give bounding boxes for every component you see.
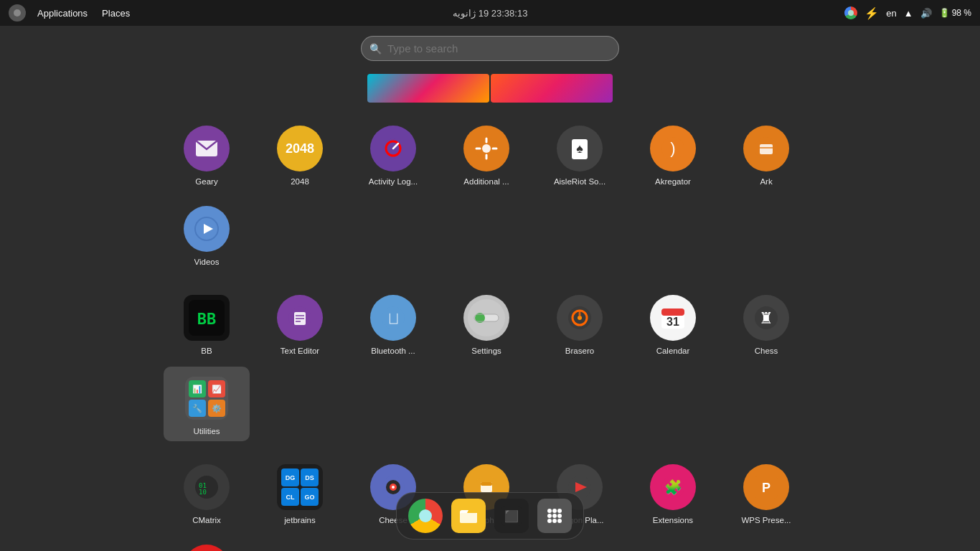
topbar-right: ⚡ en ▲ 🔊 🔋 98 % (844, 6, 971, 20)
utilities-label: Utilities (193, 427, 220, 435)
search-bar-wrap: 🔍 (361, 36, 619, 61)
app-text-editor[interactable]: Text Editor (257, 286, 343, 361)
jetbrains-label: jetbrains (284, 516, 315, 524)
app-additional[interactable]: Additional ... (443, 117, 529, 192)
wallpaper-thumb-2[interactable] (491, 74, 613, 103)
topbar-menu: Applications Places (32, 5, 136, 22)
akregator-icon: ) (650, 126, 696, 171)
svg-text:⬛: ⬛ (504, 509, 519, 523)
app-videos[interactable]: Videos (164, 197, 250, 272)
2048-icon: 2048 (277, 126, 323, 171)
app-bb[interactable]: BB BB (164, 286, 250, 361)
videos-icon (184, 206, 230, 252)
calendar-icon: 31 (650, 295, 696, 341)
topbar: Applications Places 23:38:13 19 ژانویه ⚡… (0, 0, 980, 26)
chrome-indicator-icon[interactable] (844, 6, 857, 19)
svg-text:P: P (762, 481, 771, 495)
svg-point-65 (552, 509, 557, 513)
app-jetbrains[interactable]: DG DS CL GO jetbrains (257, 456, 343, 530)
svg-rect-61 (460, 513, 477, 523)
activity-log-label: Activity Log... (369, 177, 418, 186)
svg-text:♜: ♜ (759, 309, 773, 327)
2048-label: 2048 (291, 177, 309, 186)
dock-toolbox-button[interactable]: ⬛ (494, 499, 529, 533)
svg-text:🧩: 🧩 (664, 479, 682, 496)
svg-text:10: 10 (199, 489, 207, 496)
dock-chrome-button[interactable] (408, 499, 443, 533)
search-wrap: 🔍 (361, 36, 619, 61)
app-wps-pdf[interactable]: PDF WPS PDF (164, 536, 250, 551)
svg-point-71 (552, 519, 557, 523)
svg-point-66 (557, 509, 562, 513)
activities-icon[interactable] (9, 4, 26, 22)
app-bluetooth[interactable]: ⨆ Bluetooth ... (350, 286, 436, 361)
bluetooth-icon: ⨆ (370, 295, 416, 341)
settings-icon (463, 295, 509, 341)
app-2048[interactable]: 2048 2048 (257, 117, 343, 192)
aisleriot-label: AisleRiot So... (554, 177, 606, 186)
geary-label: Geary (195, 177, 217, 186)
app-wps-present[interactable]: P WPS Prese... (723, 456, 809, 530)
bb-label: BB (201, 347, 212, 355)
menu-applications[interactable]: Applications (32, 5, 93, 22)
extensions-icon: 🧩 (650, 464, 696, 510)
aisleriot-icon: ♠ (557, 126, 603, 171)
svg-rect-51 (481, 482, 492, 486)
calendar-label: Calendar (656, 347, 690, 355)
wallpaper-strip (367, 74, 613, 103)
svg-point-68 (552, 514, 557, 518)
app-cmatrix[interactable]: 0110 CMatrix (164, 456, 250, 530)
app-settings[interactable]: Settings (443, 286, 529, 361)
app-calendar[interactable]: 31 Calendar (630, 286, 716, 361)
volume-indicator-icon[interactable]: 🔊 (920, 8, 932, 19)
chess-icon: ♜ (743, 295, 789, 341)
additional-icon (463, 126, 509, 171)
app-ark[interactable]: Ark (723, 117, 809, 192)
app-activity-log[interactable]: Activity Log... (350, 117, 436, 192)
cmatrix-icon: 0110 (184, 464, 230, 510)
wps-present-label: WPS Prese... (741, 516, 791, 524)
dock-all-apps-button[interactable] (537, 499, 572, 533)
svg-text:⨆: ⨆ (389, 309, 398, 327)
app-extensions[interactable]: 🧩 Extensions (630, 456, 716, 530)
app-brasero[interactable]: Brasero (537, 286, 623, 361)
bb-icon: BB (184, 295, 230, 341)
app-utilities[interactable]: 📊 📈 🔧 ⚙️ Utilities (164, 367, 250, 441)
app-akregator[interactable]: ) Akregator (630, 117, 716, 192)
dock-files-button[interactable] (451, 499, 486, 533)
jetbrains-icon: DG DS CL GO (277, 464, 323, 510)
app-aisleriot[interactable]: ♠ AisleRiot So... (537, 117, 623, 192)
main-content: 🔍 Geary 2048 2048 Activity Log... (0, 0, 980, 551)
text-editor-icon (277, 295, 323, 341)
app-grid-row1: Geary 2048 2048 Activity Log... Addition… (164, 117, 816, 272)
language-indicator[interactable]: en (886, 8, 896, 19)
wallpaper-thumb-1[interactable] (367, 74, 489, 103)
svg-text:BB: BB (197, 310, 217, 328)
svg-point-5 (482, 144, 491, 153)
videos-label: Videos (194, 258, 220, 266)
svg-point-48 (392, 486, 395, 489)
extensions-label: Extensions (653, 516, 693, 524)
activity-log-icon (370, 126, 416, 171)
app-chess[interactable]: ♜ Chess (723, 286, 809, 361)
svg-rect-15 (760, 144, 773, 154)
ark-label: Ark (760, 177, 772, 186)
svg-point-70 (547, 519, 552, 523)
utilities-icon: 📊 📈 🔧 ⚙️ (184, 375, 230, 421)
svg-text:♠: ♠ (576, 141, 583, 156)
wifi-indicator-icon[interactable]: ▲ (904, 8, 913, 19)
battery-indicator[interactable]: 🔋 98 % (939, 8, 971, 18)
wps-pdf-icon: PDF (184, 545, 230, 551)
svg-text:31: 31 (666, 316, 679, 328)
app-geary[interactable]: Geary (164, 117, 250, 192)
app-grid-row2: BB BB Text Editor ⨆ Bluetooth ... (164, 286, 816, 441)
chrome-status-icon (844, 6, 857, 19)
topbar-left: Applications Places (9, 4, 136, 22)
bluetooth-indicator-icon[interactable]: ⚡ (864, 6, 879, 20)
search-input[interactable] (361, 36, 619, 61)
akregator-label: Akregator (655, 177, 691, 186)
battery-percentage: 98 % (952, 8, 971, 18)
cmatrix-label: CMatrix (192, 516, 221, 524)
settings-label: Settings (471, 347, 501, 355)
menu-places[interactable]: Places (96, 5, 136, 22)
